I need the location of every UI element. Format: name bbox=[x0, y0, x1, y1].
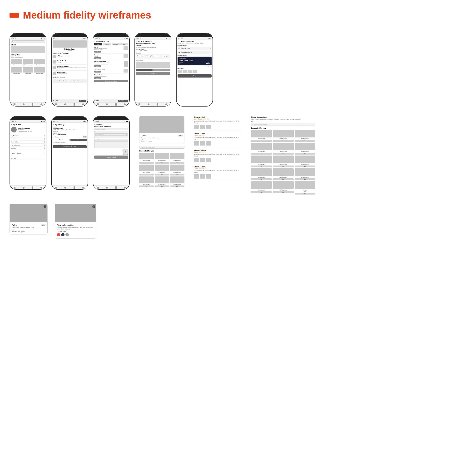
upi-2[interactable] bbox=[183, 70, 187, 73]
pay-btn[interactable]: Pay bbox=[178, 74, 211, 78]
cake-add-8[interactable]: Add bbox=[155, 186, 169, 187]
pkg-curtain-toggle[interactable]: Continue bbox=[94, 71, 101, 72]
color-red[interactable] bbox=[57, 233, 60, 236]
radio-full[interactable] bbox=[179, 48, 180, 49]
add-something-btn[interactable]: Do you want add something? bbox=[94, 80, 128, 82]
delete-btn[interactable]: Delete bbox=[153, 69, 170, 71]
search-6[interactable] bbox=[23, 187, 25, 188]
stage-add-6[interactable]: Add bbox=[295, 153, 315, 155]
search-bar-offers[interactable]: search bbox=[11, 40, 45, 43]
search-3[interactable] bbox=[106, 103, 108, 105]
inv-field-time[interactable]: e.g. 1 PM bbox=[94, 139, 128, 141]
inv-field-1[interactable]: e.g. birthday celebration bbox=[94, 128, 128, 130]
profile-icon-2[interactable] bbox=[82, 103, 84, 105]
inv-form-back[interactable]: ← Invitation bbox=[94, 124, 128, 125]
cake-add-5[interactable]: Add bbox=[155, 174, 169, 176]
book-4[interactable] bbox=[157, 103, 158, 106]
cake-add-9[interactable]: Add bbox=[170, 186, 184, 187]
cat-wedding[interactable]: Wedding Anniversary party bbox=[23, 59, 34, 67]
stage-add-1[interactable]: Add bbox=[251, 140, 272, 142]
cake-add-3[interactable]: Add bbox=[170, 162, 184, 164]
book-3[interactable] bbox=[115, 103, 117, 106]
stage-add-12[interactable]: Add bbox=[295, 178, 315, 180]
stage-search[interactable]: Q type here what you want...... bbox=[251, 123, 315, 126]
cake-add-4[interactable]: Add bbox=[139, 174, 154, 176]
profile-4[interactable] bbox=[165, 103, 167, 105]
profile-3[interactable] bbox=[124, 103, 126, 105]
inv-field-date2[interactable]: Date bbox=[94, 136, 128, 138]
cancel-btn[interactable]: Cancel bbox=[53, 139, 70, 141]
save-share-btn[interactable]: Save & Share bbox=[94, 156, 128, 159]
float-cake-tag[interactable]: Tag ∇ bbox=[41, 224, 46, 226]
inv-field-msg[interactable]: type here... bbox=[94, 141, 128, 148]
bookings-icon-2[interactable] bbox=[73, 103, 75, 106]
search-icon-footer[interactable] bbox=[23, 103, 25, 105]
search-4[interactable] bbox=[147, 103, 149, 105]
stage-add-13[interactable]: Add bbox=[251, 191, 272, 193]
pkg-stage-toggle[interactable]: Continue bbox=[94, 65, 101, 67]
home-icon-2[interactable] bbox=[55, 103, 57, 105]
book-8[interactable] bbox=[115, 187, 117, 189]
upi-4[interactable] bbox=[192, 70, 197, 73]
stage-add-2[interactable]: Add bbox=[273, 140, 293, 142]
pay-remaining-btn[interactable]: Pay Advance Rs 2,660 bbox=[53, 145, 87, 148]
search-icon-footer-2[interactable] bbox=[64, 103, 66, 105]
menu-logout[interactable]: Log Out bbox=[11, 157, 45, 160]
cat-farewell[interactable]: Farewell party bbox=[23, 67, 34, 74]
cake-add-2[interactable]: Add bbox=[155, 162, 169, 164]
add-photo-btn[interactable]: + bbox=[123, 149, 128, 155]
book-7[interactable] bbox=[73, 187, 75, 189]
cake-add-6[interactable]: Add bbox=[170, 174, 184, 176]
stage-add-3[interactable]: Add bbox=[295, 140, 315, 142]
book-6[interactable] bbox=[32, 187, 33, 189]
inv-field-venue[interactable]: Venue bbox=[94, 131, 128, 133]
edit-btn[interactable]: Edit bbox=[136, 69, 153, 71]
cat-birthday[interactable]: Birthday party bbox=[11, 59, 22, 67]
menu-bookings[interactable]: My Bookings bbox=[11, 134, 45, 137]
menu-help[interactable]: Help & Support bbox=[11, 152, 45, 155]
home-icon-7[interactable] bbox=[55, 187, 57, 188]
stage-add-15[interactable]: Add bbox=[295, 193, 315, 195]
cat-welcome[interactable]: Welcome party bbox=[34, 67, 45, 74]
menu-refer[interactable]: Refer & Earn bbox=[11, 141, 45, 144]
stage-add-10[interactable]: Add bbox=[251, 178, 272, 180]
profile-8[interactable] bbox=[124, 187, 126, 188]
stage-close-btn[interactable]: × bbox=[92, 205, 95, 208]
cat-bachelor[interactable]: Bachelor party bbox=[34, 59, 45, 67]
color-gray[interactable] bbox=[65, 233, 69, 236]
home-icon[interactable] bbox=[14, 103, 16, 105]
tab-cake[interactable]: Cake bbox=[94, 43, 102, 45]
pkg-music-toggle[interactable]: Continue bbox=[94, 77, 101, 79]
book-btn[interactable]: Book Package → bbox=[118, 100, 128, 102]
home-icon-4[interactable] bbox=[138, 103, 140, 105]
stage-add-8[interactable]: Add bbox=[273, 166, 293, 167]
home-icon-8[interactable] bbox=[97, 187, 99, 188]
stage-add-14[interactable]: Add bbox=[273, 191, 293, 193]
proceed-btn[interactable]: Proceed → bbox=[79, 100, 86, 102]
stage-add-11[interactable]: Add bbox=[273, 178, 293, 180]
pkg-snack-toggle[interactable]: Per-bhaji bbox=[94, 57, 101, 59]
stage-add-9[interactable]: Add bbox=[295, 166, 315, 167]
cake-tag[interactable]: Tag ∇ bbox=[178, 134, 183, 136]
cake-close-btn[interactable]: × bbox=[44, 205, 46, 208]
tab-snacks[interactable]: Snacks bbox=[103, 43, 111, 45]
search-8[interactable] bbox=[106, 187, 108, 188]
menu-about[interactable]: About Service bbox=[11, 144, 45, 147]
menu-settings[interactable]: Settings bbox=[11, 147, 45, 150]
share-btn[interactable]: Share bbox=[136, 72, 170, 75]
tab-music[interactable]: Music bbox=[120, 43, 128, 45]
tab-decoration[interactable]: Decoration bbox=[112, 43, 120, 45]
reviews-toggle[interactable]: Customer reviews ~ bbox=[53, 77, 87, 79]
pkg-cake-toggle[interactable]: 1kg bbox=[94, 51, 101, 53]
pay-full-option[interactable]: Pay full Rs 5,000 ▶ bbox=[178, 47, 211, 50]
home-icon-6[interactable] bbox=[14, 187, 16, 188]
profile-6[interactable] bbox=[40, 187, 42, 188]
bookings-icon[interactable] bbox=[32, 103, 33, 106]
upi-3[interactable] bbox=[188, 70, 192, 73]
home-icon-3[interactable] bbox=[97, 103, 99, 105]
radio-advance[interactable] bbox=[179, 52, 180, 53]
cake-add-1[interactable]: Add bbox=[139, 162, 154, 164]
upi-1[interactable] bbox=[178, 70, 182, 73]
stage-add-7[interactable]: Add bbox=[251, 166, 272, 167]
stage-add-5[interactable]: Add bbox=[273, 153, 293, 155]
